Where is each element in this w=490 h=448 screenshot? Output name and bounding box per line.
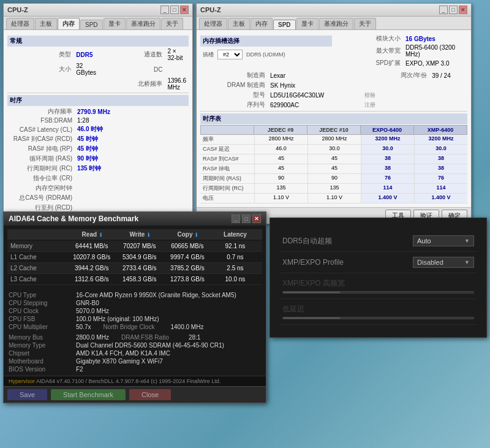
aida-cputype-label: CPU Type bbox=[9, 292, 76, 298]
cpuz1-north-value bbox=[74, 77, 99, 91]
spd-rp-xmp: 38 bbox=[415, 164, 467, 173]
aida-l1-copy: 9997.4 GB/s bbox=[164, 254, 211, 260]
spd-cas-label: CAS# 延迟 bbox=[200, 145, 255, 154]
aida-minimize[interactable]: _ bbox=[232, 215, 240, 223]
spd-cas-jedec10: 30.0 bbox=[308, 145, 361, 154]
cpuz1-idle-value bbox=[75, 183, 189, 193]
aida-cpuclock-label: CPU Clock bbox=[9, 308, 76, 314]
bios-xmp-label: XMP/EXPO Profile bbox=[282, 258, 413, 267]
cpuz2-spdext-label: SPD扩展 bbox=[336, 58, 403, 68]
cpuz2-module-info: 模块大小 16 GBytes 最大带宽 DDR5-6400 (3200 MHz)… bbox=[336, 34, 467, 68]
bios-latency-slider[interactable] bbox=[282, 317, 474, 319]
aida-close-btn[interactable]: Close bbox=[129, 389, 171, 400]
spd-col-jedec10: JEDEC #10 bbox=[307, 126, 361, 134]
cpuz2-tab-bar: 处理器 主板 内存 SPD 显卡 基准跑分 关于 bbox=[197, 17, 471, 30]
cpuz2-maximize[interactable]: □ bbox=[449, 6, 458, 14]
aida-col-latency: Latency bbox=[211, 231, 259, 238]
cpuz2-timing-header: 时序表 bbox=[200, 113, 467, 124]
spd-ras-xmp: 76 bbox=[415, 174, 467, 183]
cpuz2-slot-label: 插槽 bbox=[203, 51, 214, 59]
bios-xmp-dropdown[interactable]: Disabled ▼ bbox=[413, 257, 474, 268]
spd-ras-row: 周期时间 (RAS) 90 90 76 76 bbox=[200, 174, 467, 184]
cpuz1-cas-value: 46.0 时钟 bbox=[75, 124, 189, 134]
cpuz2-slot-select[interactable]: #1 #2 #3 #4 bbox=[217, 50, 243, 59]
cpuz2-tab-spd[interactable]: SPD bbox=[273, 20, 296, 29]
cpuz1-tab-about[interactable]: 关于 bbox=[161, 18, 183, 29]
aida-footer: Hypervisor AIDA64 v7.40.7100 / BenchDLL … bbox=[4, 376, 266, 386]
cpuz1-tab-memory[interactable]: 内存 bbox=[58, 18, 80, 29]
cpuz1-tab-processor[interactable]: 处理器 bbox=[6, 18, 34, 29]
cpuz1-buttons: _ □ ✕ bbox=[160, 6, 189, 14]
cpuz2-tab-processor[interactable]: 处理器 bbox=[199, 18, 227, 29]
aida-l2-row: L2 Cache 3944.2 GB/s 2733.4 GB/s 3785.2 … bbox=[7, 263, 262, 274]
bios-ddr5-dropdown[interactable]: Auto ▼ bbox=[413, 235, 474, 246]
cpuz1-tab-bar: 处理器 主板 内存 SPD 显卡 基准跑分 关于 bbox=[4, 17, 192, 30]
cpuz1-tab-board[interactable]: 主板 bbox=[35, 18, 57, 29]
cpuz1-cr-value bbox=[75, 173, 189, 183]
cpuz2-spd-table: JEDEC #9 JEDEC #10 EXPO-6400 XMP-6400 频率… bbox=[200, 125, 467, 203]
cpuz1-ras-label: 循环周期 (RAS) bbox=[7, 154, 75, 164]
cpuz2-serial-value: 629900AC bbox=[268, 100, 362, 110]
cpuz1-size-value: 32 GBytes bbox=[74, 62, 99, 77]
bios-ddr5-label: DDR5自动超频 bbox=[282, 236, 413, 246]
aida-copy-info-icon: ℹ bbox=[195, 232, 197, 238]
spd-rp-jedec10: 45 bbox=[308, 164, 361, 173]
spd-freq-jedec10: 2800 MHz bbox=[308, 135, 361, 144]
cpuz1-fsb-label: FSB:DRAM bbox=[7, 116, 75, 124]
cpuz2-module-type: DDR5 (UDIMM) bbox=[246, 51, 285, 58]
cpuz-window-1: CPU-Z _ □ ✕ 处理器 主板 内存 SPD 显卡 基准跑分 关于 常规 … bbox=[3, 3, 193, 233]
cpuz2-tab-board[interactable]: 主板 bbox=[228, 18, 250, 29]
aida-col-read: Read ℹ bbox=[68, 231, 116, 238]
aida-chipset-label: Chipset bbox=[9, 350, 76, 357]
aida-close[interactable]: ✕ bbox=[252, 215, 261, 223]
spd-rc-jedec10: 135 bbox=[308, 184, 361, 193]
spd-rc-xmp: 114 bbox=[415, 184, 467, 193]
cpuz2-content: 内存插槽选择 插槽 #1 #2 #3 #4 DDR5 (UDIMM) 模块大小 bbox=[197, 30, 471, 207]
cpuz1-section-timing: 时序 bbox=[7, 95, 189, 106]
aida-membus-row: Memory Bus 2800.0 MHz DRAM:FSB Ratio 28:… bbox=[9, 333, 261, 341]
cpuz1-tab-bench[interactable]: 基准跑分 bbox=[126, 18, 160, 29]
aida-cpumult-label: CPU Multiplier bbox=[9, 324, 76, 330]
aida-memory-label: Memory bbox=[10, 243, 68, 249]
cpuz1-tab-gpu[interactable]: 显卡 bbox=[104, 18, 126, 29]
spd-rp-label: RAS# 掉电 bbox=[200, 164, 255, 173]
cpuz2-tab-gpu[interactable]: 显卡 bbox=[296, 18, 318, 29]
spd-header: JEDEC #9 JEDEC #10 EXPO-6400 XMP-6400 bbox=[200, 125, 467, 135]
cpuz2-spdext-value: EXPO, XMP 3.0 bbox=[403, 58, 467, 68]
aida-l1-write: 5304.9 GB/s bbox=[116, 254, 164, 260]
spd-cas-row: CAS# 延迟 46.0 30.0 30.0 30.0 bbox=[200, 145, 467, 154]
aida-cpustepping-value: GNR-B0 bbox=[76, 300, 99, 306]
cpuz2-maxbw-value: DDR5-6400 (3200 MHz) bbox=[403, 44, 467, 58]
spd-cas-jedec9: 46.0 bbox=[255, 145, 308, 154]
spd-voltage-label: 电压 bbox=[200, 194, 255, 203]
cpuz2-tab-memory[interactable]: 内存 bbox=[251, 18, 273, 29]
cpuz1-totalcas-label: 总CAS号 (RDRAM) bbox=[7, 193, 75, 203]
cpuz2-close[interactable]: ✕ bbox=[459, 6, 467, 14]
aida-save-btn[interactable]: Save bbox=[7, 389, 47, 400]
aida-memory-read: 64441 MB/s bbox=[68, 243, 116, 249]
aida-col-write: Write ℹ bbox=[116, 231, 164, 238]
spd-rc-row: 行周期时间 (RC) 135 135 114 114 bbox=[200, 184, 467, 194]
cpuz1-rcd-label: RAS# 到CAS# (RCD) bbox=[7, 134, 75, 144]
bios-ddr5-value: Auto bbox=[417, 237, 431, 245]
aida-maximize[interactable]: □ bbox=[242, 215, 251, 223]
aida-membus-value: 2800.0 MHz bbox=[76, 334, 109, 341]
cpuz1-dc-value bbox=[165, 62, 189, 77]
cpuz2-tab-bench[interactable]: 基准跑分 bbox=[319, 18, 353, 29]
spd-freq-jedec9: 2800 MHz bbox=[255, 135, 308, 144]
cpuz1-maximize[interactable]: □ bbox=[170, 6, 179, 14]
cpuz1-close[interactable]: ✕ bbox=[180, 6, 189, 14]
aida-l1-read: 10207.8 GB/s bbox=[68, 254, 116, 260]
cpuz1-memfreq-label: 内存频率 bbox=[7, 107, 75, 116]
bios-xmp-value: Disabled bbox=[417, 259, 443, 266]
aida-l2-latency: 2.5 ns bbox=[211, 265, 259, 271]
cpuz1-minimize[interactable]: _ bbox=[160, 6, 169, 14]
cpuz1-northfreq-value: 1396.6 MHz bbox=[165, 77, 189, 91]
bios-xmpfreq-slider[interactable] bbox=[282, 291, 474, 294]
aida-l1-latency: 0.7 ns bbox=[211, 254, 259, 260]
aida-bench-btn[interactable]: Start Benchmark bbox=[51, 389, 126, 400]
bios-xmpfreq-row: XMP/EXPO 高频宽 bbox=[279, 273, 477, 299]
cpuz2-minimize[interactable]: _ bbox=[439, 6, 448, 14]
cpuz1-tab-spd[interactable]: SPD bbox=[80, 20, 103, 29]
cpuz2-tab-about[interactable]: 关于 bbox=[354, 18, 376, 29]
